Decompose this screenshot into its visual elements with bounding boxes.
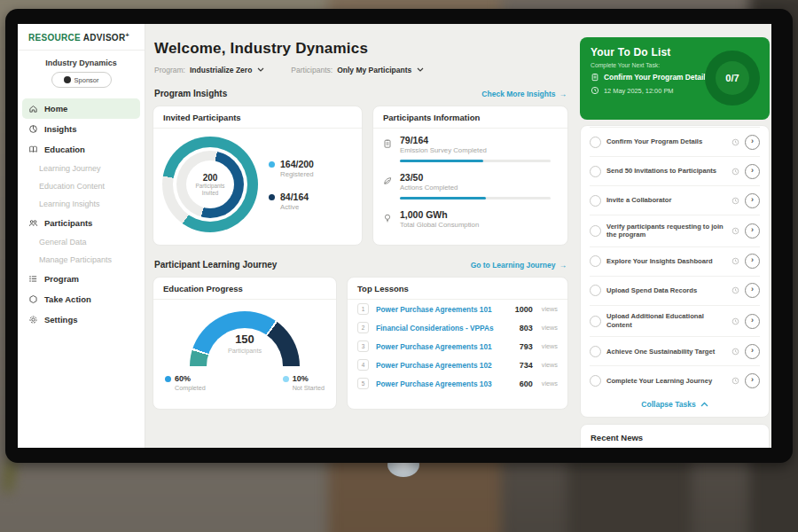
todo-task-row[interactable]: Confirm Your Program Details › (590, 127, 760, 156)
info-value: 1,000 GWh (400, 209, 479, 220)
lesson-link[interactable]: Power Purchase Agreements 103 (376, 379, 512, 388)
lesson-link[interactable]: Power Purchase Agreements 101 (376, 305, 508, 314)
chevron-right-button[interactable]: › (745, 344, 760, 359)
todo-task-row[interactable]: Achieve One Sustainability Target › (590, 336, 760, 365)
todo-task-row[interactable]: Upload Spend Data Records › (590, 276, 760, 305)
chevron-down-icon (417, 67, 424, 73)
chevron-right-button[interactable]: › (745, 254, 760, 269)
invited-participants-card: Invited Participants 200 Participants In… (153, 106, 363, 246)
chevron-right-button[interactable]: › (745, 135, 760, 150)
todo-task-row[interactable]: Complete Your Learning Journey › (590, 365, 760, 395)
task-checkbox[interactable] (590, 375, 601, 387)
info-value: 79/164 (400, 135, 551, 145)
info-label: Actions Completed (400, 184, 551, 192)
task-checkbox[interactable] (590, 346, 601, 357)
info-row-icon (382, 211, 393, 222)
task-checkbox[interactable] (590, 195, 601, 207)
list-item: 3 Power Purchase Agreements 101 793 view… (348, 337, 567, 356)
sponsor-icon (64, 76, 71, 83)
lesson-views: 1000 (515, 305, 533, 314)
brand-logo: RESOURCE ADVISOR+ (18, 24, 145, 51)
todo-task-row[interactable]: Explore Your Insights Dashboard › (590, 246, 760, 276)
recent-news-card: Recent News (580, 424, 770, 448)
sidebar-item[interactable]: Learning Insights (18, 195, 145, 213)
task-label: Complete Your Learning Journey (606, 377, 726, 386)
program-filter[interactable]: Program: Industrialize Zero (154, 66, 264, 74)
lesson-rank: 4 (357, 359, 369, 371)
go-to-learning-journey-link[interactable]: Go to Learning Journey→ (471, 261, 567, 270)
education-progress-card: Education Progress 150 Participants 6 (153, 277, 337, 410)
lesson-rank: 1 (357, 303, 369, 315)
progress-fill (400, 197, 486, 200)
learning-journey-header: Participant Learning Journey Go to Learn… (154, 260, 567, 270)
participants-filter[interactable]: Participants: Only My Participants (291, 66, 424, 74)
sidebar-item[interactable]: Participants (18, 213, 145, 233)
task-checkbox[interactable] (590, 255, 601, 267)
sidebar-item-icon (28, 145, 38, 154)
lesson-link[interactable]: Power Purchase Agreements 101 (376, 342, 512, 351)
todo-task-row[interactable]: Upload Additional Educational Content › (590, 305, 760, 337)
clock-icon (732, 168, 739, 176)
lesson-link[interactable]: Power Purchase Agreements 102 (376, 361, 512, 370)
invited-chart-body: 200 Participants Invited 164/200 (153, 129, 362, 240)
education-gauge: 150 Participants (190, 311, 300, 366)
task-label: Invite a Collaborator (606, 196, 726, 205)
journey-card-row: Education Progress 150 Participants 6 (153, 277, 568, 410)
arrow-right-icon: → (559, 261, 567, 270)
legend-item: 84/164 Active (269, 192, 314, 211)
list-item: 1 Power Purchase Agreements 101 1000 vie… (348, 300, 567, 318)
sidebar-item[interactable]: Education Content (18, 177, 145, 195)
sidebar-item[interactable]: Manage Participants (18, 251, 145, 269)
task-checkbox[interactable] (590, 137, 601, 148)
sidebar-item[interactable]: Education (18, 139, 145, 160)
next-task-label: Confirm Your Program Details (604, 73, 709, 82)
sidebar-item[interactable]: Home (22, 98, 140, 119)
program-insights-header: Program Insights Check More Insights→ (154, 89, 567, 98)
check-more-insights-link[interactable]: Check More Insights→ (481, 90, 567, 98)
link-label: Go to Learning Journey (471, 261, 556, 270)
todo-task-row[interactable]: Verify participants requesting to join t… (590, 215, 760, 246)
participants-filter-value: Only My Participants (337, 66, 411, 74)
sponsor-badge[interactable]: Sponsor (51, 72, 112, 88)
lesson-link[interactable]: Financial Considerations - VPPAs (376, 324, 512, 332)
chevron-right-button[interactable]: › (745, 223, 760, 239)
chevron-right-button[interactable]: › (745, 193, 760, 208)
views-label: views (542, 379, 558, 387)
sidebar-item[interactable]: Settings (18, 309, 145, 330)
lesson-views: 600 (520, 379, 533, 388)
sidebar-item-icon (28, 274, 38, 284)
card-title: Participants Information (373, 106, 567, 129)
clock-icon (732, 197, 739, 205)
sidebar-item-icon (28, 124, 38, 134)
clock-icon (732, 138, 739, 146)
sidebar-item[interactable]: Insights (18, 119, 145, 139)
sidebar-item[interactable]: Program (18, 269, 145, 289)
gauge-center: 150 Participants (190, 332, 300, 355)
section-title: Participant Learning Journey (154, 260, 277, 270)
todo-task-row[interactable]: Invite a Collaborator › (590, 185, 760, 215)
section-title: Program Insights (154, 89, 227, 98)
task-checkbox[interactable] (590, 316, 601, 327)
legend-value: 60% (175, 374, 191, 383)
task-checkbox[interactable] (590, 166, 601, 177)
task-rows: Confirm Your Program Details › Send 50 I… (590, 127, 760, 395)
info-row: 1,000 GWh Total Global Consumption (373, 203, 567, 232)
chevron-right-button[interactable]: › (745, 283, 760, 298)
sidebar-item-label: Settings (44, 315, 77, 325)
chevron-right-button[interactable]: › (745, 373, 760, 388)
sidebar-item[interactable]: General Data (18, 233, 145, 251)
chevron-right-button[interactable]: › (745, 164, 760, 179)
donut-gap: 200 Participants Invited (173, 147, 247, 222)
todo-task-row[interactable]: Send 50 Invitations to Participants › (590, 156, 760, 185)
task-checkbox[interactable] (590, 285, 601, 296)
task-label: Upload Additional Educational Content (606, 312, 726, 330)
task-checkbox[interactable] (590, 225, 601, 237)
next-task-due: 12 May 2025, 12:00 PM (604, 87, 673, 95)
legend-label: Active (280, 203, 309, 211)
sidebar-item[interactable]: Learning Journey (18, 160, 145, 177)
legend-value: 164/200 (280, 159, 314, 169)
collapse-tasks-link[interactable]: Collapse Tasks (590, 400, 760, 409)
progress-fill (400, 160, 483, 162)
sidebar-item[interactable]: Take Action (18, 289, 145, 309)
chevron-right-button[interactable]: › (745, 314, 760, 329)
